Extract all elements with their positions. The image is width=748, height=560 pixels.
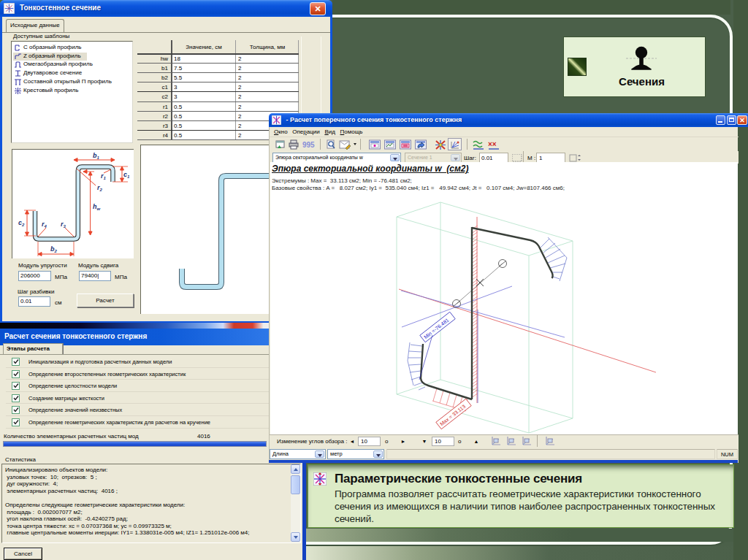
svg-text:hw: hw	[93, 203, 101, 211]
svg-text:c1: c1	[123, 171, 130, 179]
svg-text:r3: r3	[61, 220, 66, 229]
svg-text:c2: c2	[18, 219, 25, 227]
svg-text:r4: r4	[42, 220, 47, 229]
svg-text:995: 995	[302, 141, 315, 149]
svg-text:Min =-76.481: Min =-76.481	[423, 317, 450, 340]
svg-text:××: ××	[488, 140, 497, 148]
svg-text:r1: r1	[101, 172, 107, 180]
svg-text:b2: b2	[50, 245, 58, 253]
svg-text:r2: r2	[97, 184, 103, 192]
svg-text:b1: b1	[93, 152, 100, 160]
